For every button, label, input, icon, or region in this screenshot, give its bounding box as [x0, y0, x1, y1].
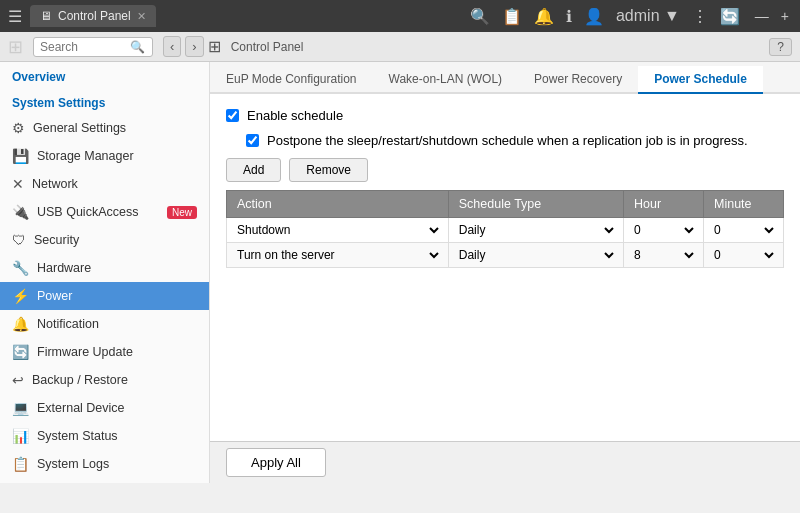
title-bar-right: 🔍 📋 🔔 ℹ 👤 admin ▼ ⋮ 🔄 — +: [470, 7, 792, 26]
tabs-bar: EuP Mode Configuration Wake-on-LAN (WOL)…: [210, 62, 800, 94]
firmware-icon: 🔄: [12, 344, 29, 360]
admin-label[interactable]: admin ▼: [616, 7, 680, 25]
info-icon[interactable]: ℹ: [566, 7, 572, 26]
sidebar-item-label: System Logs: [37, 457, 109, 471]
sync-icon[interactable]: 🔄: [720, 7, 740, 26]
sidebar-overview[interactable]: Overview: [0, 62, 209, 88]
grid-apps-icon[interactable]: ⊞: [8, 36, 23, 58]
apply-all-button[interactable]: Apply All: [226, 448, 326, 477]
sidebar-item-external[interactable]: 💻 External Device: [0, 394, 209, 422]
sidebar-item-label: Backup / Restore: [32, 373, 128, 387]
sidebar-item-general[interactable]: ⚙ General Settings: [0, 114, 209, 142]
window-controls: — +: [752, 8, 792, 24]
enable-schedule-row: Enable schedule: [226, 108, 784, 123]
sidebar-item-power[interactable]: ⚡ Power: [0, 282, 209, 310]
sidebar-privilege[interactable]: Privilege Settings: [0, 478, 209, 483]
external-icon: 💻: [12, 400, 29, 416]
tab-schedule[interactable]: Power Schedule: [638, 66, 763, 94]
minimize-icon[interactable]: —: [752, 8, 772, 24]
more-icon[interactable]: ⋮: [692, 7, 708, 26]
enable-schedule-label: Enable schedule: [247, 108, 343, 123]
sidebar-item-security[interactable]: 🛡 Security: [0, 226, 209, 254]
col-minute: Minute: [704, 191, 784, 218]
title-bar: ☰ 🖥 Control Panel ✕ 🔍 📋 🔔 ℹ 👤 admin ▼ ⋮ …: [0, 0, 800, 32]
search-submit-icon[interactable]: 🔍: [130, 40, 145, 54]
row1-minute-select[interactable]: 0153045: [710, 222, 777, 238]
row2-action-cell[interactable]: Shutdown Restart Turn on the server Slee…: [227, 243, 449, 268]
sidebar-item-label: Notification: [37, 317, 99, 331]
schedule-table: Action Schedule Type Hour Minute Shutdow…: [226, 190, 784, 268]
breadcrumb-bar: ⊞ 🔍 ‹ › ⊞ Control Panel ?: [0, 32, 800, 62]
schedule-section: Add Remove Action Schedule Type Hour Min…: [226, 158, 784, 268]
sidebar-item-usb[interactable]: 🔌 USB QuickAccess New: [0, 198, 209, 226]
logs-icon: 📋: [12, 456, 29, 472]
storage-icon: 💾: [12, 148, 29, 164]
sidebar-item-logs[interactable]: 📋 System Logs: [0, 450, 209, 478]
tab-close-icon[interactable]: ✕: [137, 10, 146, 23]
forward-button[interactable]: ›: [185, 36, 203, 57]
postpone-checkbox[interactable]: [246, 134, 259, 147]
col-hour: Hour: [624, 191, 704, 218]
menu-icon[interactable]: ☰: [8, 7, 22, 26]
sidebar-item-label: Firmware Update: [37, 345, 133, 359]
main-layout: Overview System Settings ⚙ General Setti…: [0, 62, 800, 483]
tab-label: Control Panel: [58, 9, 131, 23]
apps-grid-icon[interactable]: ⊞: [208, 37, 221, 56]
sidebar-item-notification[interactable]: 🔔 Notification: [0, 310, 209, 338]
sidebar-item-firmware[interactable]: 🔄 Firmware Update: [0, 338, 209, 366]
row2-minute-select[interactable]: 0153045: [710, 247, 777, 263]
sidebar-item-label: System Status: [37, 429, 118, 443]
search-box[interactable]: 🔍: [33, 37, 153, 57]
sidebar-item-label: Security: [34, 233, 79, 247]
tab-eup[interactable]: EuP Mode Configuration: [210, 66, 373, 94]
row2-hour-select[interactable]: 0123 4567 891011 12131415 16171819 20212…: [630, 247, 697, 263]
remove-button[interactable]: Remove: [289, 158, 368, 182]
row1-hour-select[interactable]: 0123 4567 891011 12131415 16171819 20212…: [630, 222, 697, 238]
row2-hour-cell[interactable]: 0123 4567 891011 12131415 16171819 20212…: [624, 243, 704, 268]
row2-minute-cell[interactable]: 0153045: [704, 243, 784, 268]
bell-icon[interactable]: 🔔: [534, 7, 554, 26]
sidebar-item-hardware[interactable]: 🔧 Hardware: [0, 254, 209, 282]
sidebar-item-label: Power: [37, 289, 72, 303]
row2-action-select[interactable]: Shutdown Restart Turn on the server Slee…: [233, 247, 442, 263]
maximize-icon[interactable]: +: [778, 8, 792, 24]
user-icon[interactable]: 👤: [584, 7, 604, 26]
col-schedule-type: Schedule Type: [448, 191, 623, 218]
sidebar-item-backup[interactable]: ↩ Backup / Restore: [0, 366, 209, 394]
search-input[interactable]: [40, 40, 130, 54]
sidebar-system-settings[interactable]: System Settings: [0, 88, 209, 114]
row1-hour-cell[interactable]: 0123 4567 891011 12131415 16171819 20212…: [624, 218, 704, 243]
help-button[interactable]: ?: [769, 38, 792, 56]
sidebar-item-label: Hardware: [37, 261, 91, 275]
sidebar-item-label: General Settings: [33, 121, 126, 135]
content-body: Enable schedule Postpone the sleep/resta…: [210, 94, 800, 441]
row1-minute-cell[interactable]: 0153045: [704, 218, 784, 243]
sidebar-item-storage[interactable]: 💾 Storage Manager: [0, 142, 209, 170]
table-row: Shutdown Restart Turn on the server Slee…: [227, 218, 784, 243]
sidebar-item-network[interactable]: ✕ Network: [0, 170, 209, 198]
content-area: EuP Mode Configuration Wake-on-LAN (WOL)…: [210, 62, 800, 483]
tab-recovery[interactable]: Power Recovery: [518, 66, 638, 94]
enable-schedule-checkbox[interactable]: [226, 109, 239, 122]
control-panel-tab[interactable]: 🖥 Control Panel ✕: [30, 5, 156, 27]
add-button[interactable]: Add: [226, 158, 281, 182]
sidebar-item-status[interactable]: 📊 System Status: [0, 422, 209, 450]
power-icon: ⚡: [12, 288, 29, 304]
tab-wol[interactable]: Wake-on-LAN (WOL): [373, 66, 519, 94]
row2-schedule-select[interactable]: Daily Weekly Monthly: [455, 247, 617, 263]
notification-icon: 🔔: [12, 316, 29, 332]
bottom-bar: Apply All: [210, 441, 800, 483]
row2-schedule-cell[interactable]: Daily Weekly Monthly: [448, 243, 623, 268]
general-icon: ⚙: [12, 120, 25, 136]
stack-icon[interactable]: 📋: [502, 7, 522, 26]
row1-schedule-select[interactable]: Daily Weekly Monthly: [455, 222, 617, 238]
row1-action-cell[interactable]: Shutdown Restart Turn on the server Slee…: [227, 218, 449, 243]
new-badge: New: [167, 206, 197, 219]
table-row: Shutdown Restart Turn on the server Slee…: [227, 243, 784, 268]
security-icon: 🛡: [12, 232, 26, 248]
row1-action-select[interactable]: Shutdown Restart Turn on the server Slee…: [233, 222, 442, 238]
status-icon: 📊: [12, 428, 29, 444]
search-icon[interactable]: 🔍: [470, 7, 490, 26]
back-button[interactable]: ‹: [163, 36, 181, 57]
row1-schedule-cell[interactable]: Daily Weekly Monthly: [448, 218, 623, 243]
